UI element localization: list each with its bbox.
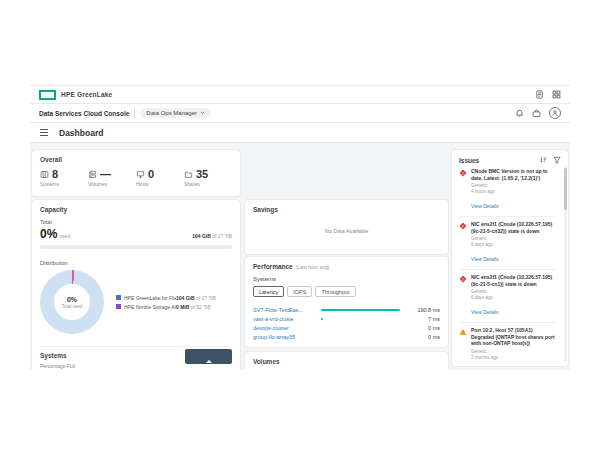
legend-swatch bbox=[116, 295, 121, 300]
dashboard-content: Overall 8 Systems — Volu bbox=[30, 142, 570, 370]
systems-label: Systems bbox=[40, 181, 88, 187]
legend-label: HPE GreenLake for File... bbox=[124, 295, 176, 301]
console-title-link[interactable]: Data Services Cloud Console bbox=[39, 110, 129, 117]
view-details-link[interactable]: View Details bbox=[471, 203, 498, 209]
performance-subtitle: (Last hour avg) bbox=[296, 264, 330, 270]
stat-volumes[interactable]: — Volumes bbox=[88, 168, 136, 187]
capacity-card: Capacity Total 0% used 104 GiB of 17 TiB… bbox=[32, 200, 240, 370]
legend-value: 0 MiB of 52 TiB bbox=[176, 304, 210, 310]
app-selector-label: Data Ops Manager bbox=[146, 110, 197, 116]
volumes-title: Volumes bbox=[253, 358, 440, 365]
volumes-label: Volumes bbox=[88, 181, 136, 187]
systems-count: 8 bbox=[52, 168, 58, 180]
legend-swatch bbox=[116, 304, 121, 309]
latency-value: 190.8 ms bbox=[406, 307, 440, 313]
app-window: HPE GreenLake Data Services Cloud Consol… bbox=[30, 85, 570, 369]
legend-item: HPE GreenLake for File... 104 GiB of 17 … bbox=[116, 295, 216, 301]
issue-text: Port 10:2, Host 57 (105A1) Degraded (ONT… bbox=[471, 327, 556, 347]
workspace-icon[interactable] bbox=[532, 109, 541, 118]
scrollbar-thumb[interactable] bbox=[564, 168, 567, 210]
donut-center-label: Total used bbox=[62, 304, 83, 309]
systems-icon bbox=[40, 170, 49, 179]
system-link[interactable]: vast-a-vrd-cluste bbox=[253, 316, 315, 322]
screenshot-canvas: HPE GreenLake Data Services Cloud Consol… bbox=[0, 0, 600, 450]
volumes-icon bbox=[88, 170, 97, 179]
legend-item: HPE Nimble Storage Al... 0 MiB of 52 TiB bbox=[116, 304, 216, 310]
critical-icon: ! bbox=[459, 275, 467, 318]
performance-card: Performance (Last hour avg) Systems Late… bbox=[245, 257, 448, 347]
shares-label: Shares bbox=[184, 181, 232, 187]
tab-iops[interactable]: IOPS bbox=[287, 286, 312, 297]
overall-stats: 8 Systems — Volumes 0 bbox=[40, 168, 232, 187]
issue-item: ! Port 10:2, Host 57 (105A1) Degraded (O… bbox=[459, 322, 556, 366]
latency-value: 0 ms bbox=[406, 334, 440, 340]
performance-rows: SVT-Flow-TestEas... 190.8 ms vast-a-vrd-… bbox=[253, 305, 440, 341]
view-details-link[interactable]: View Details bbox=[471, 256, 498, 262]
perf-row: devops-cluster 0 ms bbox=[253, 323, 440, 332]
overall-card: Overall 8 Systems — Volu bbox=[32, 150, 240, 196]
issue-text: NIC ens2f1 (Cnode (10.226.57.195) (9c-21… bbox=[471, 221, 556, 234]
issue-text: NIC ens2f1 (Cnode (10.226.57.195) (9c-21… bbox=[471, 274, 556, 287]
issue-category: Generic bbox=[471, 236, 556, 241]
capacity-title: Capacity bbox=[40, 206, 232, 213]
savings-card: Savings No Data Available bbox=[245, 200, 448, 254]
sort-icon[interactable] bbox=[539, 156, 547, 164]
savings-empty-state: No Data Available bbox=[245, 228, 448, 234]
issues-title: Issues bbox=[459, 157, 479, 164]
perf-row: group-flo-array35 0 ms bbox=[253, 332, 440, 341]
issue-category: Generic bbox=[471, 349, 556, 354]
stat-hosts[interactable]: 0 Hosts bbox=[136, 168, 184, 187]
performance-tabs: Latency IOPS Throughput bbox=[253, 286, 440, 297]
hosts-icon bbox=[136, 170, 145, 179]
performance-section-label: Systems bbox=[253, 276, 440, 282]
context-bar-actions bbox=[515, 107, 561, 119]
notifications-bell-icon[interactable] bbox=[515, 109, 524, 118]
page-bar: Dashboard bbox=[30, 123, 570, 142]
issue-category: Generic bbox=[471, 289, 556, 294]
chart-tooltip bbox=[185, 349, 232, 364]
issue-time: 6 days ago bbox=[471, 295, 556, 300]
issues-panel: Issues ! CNode BMC Version is not up to … bbox=[452, 150, 568, 366]
filter-icon[interactable] bbox=[553, 156, 561, 164]
system-link[interactable]: SVT-Flow-TestEas... bbox=[253, 307, 315, 313]
issue-time: 2 months ago bbox=[471, 355, 556, 360]
donut-center-value: 0% bbox=[67, 296, 77, 303]
system-link[interactable]: devops-cluster bbox=[253, 325, 315, 331]
hosts-count: 0 bbox=[148, 168, 154, 180]
volumes-card: Volumes bbox=[245, 352, 448, 370]
shares-icon bbox=[184, 170, 193, 179]
system-link[interactable]: group-flo-array35 bbox=[253, 334, 315, 340]
perf-row: vast-a-vrd-cluste 7 ms bbox=[253, 314, 440, 323]
issue-category: Generic bbox=[471, 183, 556, 188]
chevron-down-icon bbox=[200, 111, 205, 115]
release-notes-icon[interactable] bbox=[535, 90, 544, 99]
issue-time: 4 hours ago bbox=[471, 189, 556, 194]
stat-systems[interactable]: 8 Systems bbox=[40, 168, 88, 187]
stat-shares[interactable]: 35 Shares bbox=[184, 168, 232, 187]
issue-item: ! NIC ens2f1 (Cnode (10.226.57.195) (9c-… bbox=[459, 216, 556, 269]
capacity-progress-bar bbox=[40, 245, 232, 249]
apps-grid-icon[interactable] bbox=[552, 90, 561, 99]
global-header-actions bbox=[535, 90, 561, 99]
app-selector-dropdown[interactable]: Data Ops Manager bbox=[140, 108, 211, 118]
critical-icon: ! bbox=[459, 222, 467, 265]
latency-bar bbox=[321, 318, 323, 320]
distribution-label: Distribution bbox=[40, 260, 232, 266]
context-bar: Data Services Cloud Console Data Ops Man… bbox=[30, 104, 570, 123]
capacity-donut-chart: 0% Total used bbox=[40, 270, 104, 334]
page-title: Dashboard bbox=[59, 128, 103, 138]
svg-text:!: ! bbox=[462, 331, 463, 335]
volumes-count: — bbox=[100, 168, 111, 180]
breadcrumb-divider bbox=[134, 109, 135, 118]
hamburger-menu-icon[interactable] bbox=[40, 129, 48, 135]
user-avatar-icon[interactable] bbox=[549, 107, 561, 119]
legend-label: HPE Nimble Storage Al... bbox=[124, 304, 176, 310]
view-details-link[interactable]: View Details bbox=[471, 309, 498, 315]
tab-throughput[interactable]: Throughput bbox=[315, 286, 355, 297]
issue-item: ! NIC ens2f1 (Cnode (10.226.57.195) (9c-… bbox=[459, 269, 556, 322]
tab-latency[interactable]: Latency bbox=[253, 286, 284, 297]
latency-bar-track bbox=[321, 336, 400, 338]
latency-bar-track bbox=[321, 318, 400, 320]
capacity-usage-text: 104 GiB of 17 TiB bbox=[192, 233, 232, 239]
issues-scrollbar[interactable] bbox=[564, 166, 567, 362]
